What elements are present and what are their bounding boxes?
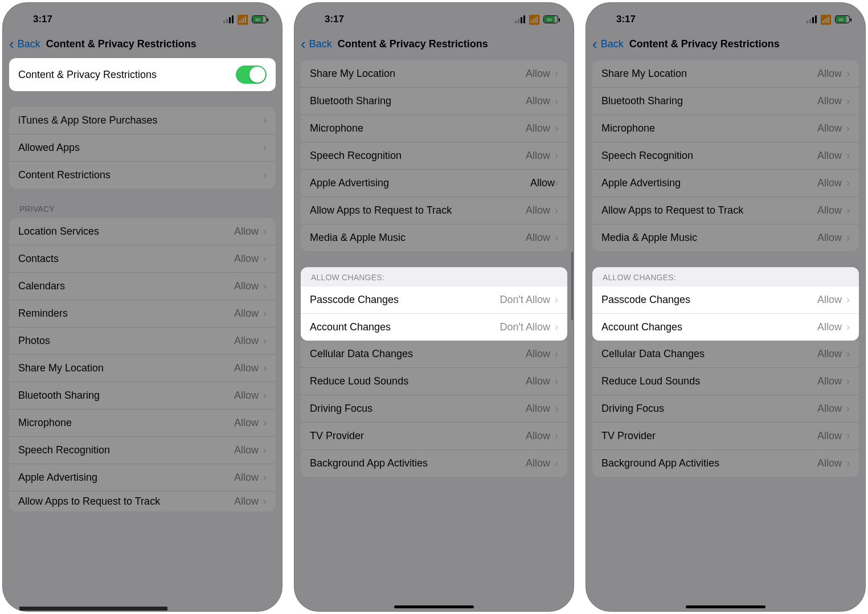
battery-icon: 80 xyxy=(252,15,267,23)
chevron-right-icon: › xyxy=(263,308,267,320)
row-request-track[interactable]: Allow Apps to Request to TrackAllow› xyxy=(592,197,859,224)
row-label: Cellular Data Changes xyxy=(310,348,526,360)
chevron-right-icon: › xyxy=(555,403,558,415)
row-label: Driving Focus xyxy=(310,403,526,415)
row-label: Allowed Apps xyxy=(18,142,263,154)
row-label: Share My Location xyxy=(310,68,526,80)
row-itunes-purchases[interactable]: iTunes & App Store Purchases › xyxy=(9,107,276,134)
row-label: Background App Activities xyxy=(310,457,526,469)
home-indicator[interactable] xyxy=(686,605,765,608)
row-label: Speech Recognition xyxy=(601,150,817,162)
chevron-right-icon: › xyxy=(555,294,558,306)
row-contacts[interactable]: ContactsAllow› xyxy=(9,245,276,272)
back-chevron-icon[interactable]: ‹ xyxy=(301,36,306,51)
row-photos[interactable]: PhotosAllow› xyxy=(9,327,276,354)
row-value: Allow xyxy=(526,204,550,216)
row-label: Share My Location xyxy=(601,68,817,80)
chevron-right-icon: › xyxy=(555,150,558,162)
chevron-right-icon: › xyxy=(846,321,850,333)
row-bluetooth[interactable]: Bluetooth SharingAllow› xyxy=(301,87,567,114)
row-driving-focus[interactable]: Driving FocusAllow› xyxy=(592,395,859,422)
row-label: Apple Advertising xyxy=(18,472,234,484)
row-speech[interactable]: Speech RecognitionAllow› xyxy=(592,142,859,169)
chevron-right-icon: › xyxy=(846,204,850,216)
content-area[interactable]: Share My LocationAllow› Bluetooth Sharin… xyxy=(586,58,866,611)
row-media-music[interactable]: Media & Apple MusicAllow› xyxy=(301,224,567,251)
status-indicators: 📶 80 xyxy=(223,14,267,25)
row-speech[interactable]: Speech RecognitionAllow› xyxy=(301,142,567,169)
row-account-changes[interactable]: Account ChangesDon't Allow› xyxy=(301,313,567,341)
row-request-track[interactable]: Allow Apps to Request to TrackAllow› xyxy=(9,491,276,511)
row-microphone[interactable]: MicrophoneAllow› xyxy=(9,409,276,436)
row-value: Allow xyxy=(526,95,550,107)
row-request-track[interactable]: Allow Apps to Request to TrackAllow› xyxy=(301,197,567,224)
row-value: Allow xyxy=(234,253,259,265)
row-tv-provider[interactable]: TV ProviderAllow› xyxy=(592,422,859,449)
row-value: Allow xyxy=(234,472,259,484)
back-button[interactable]: Back xyxy=(18,38,40,50)
home-indicator[interactable] xyxy=(394,605,474,608)
row-microphone[interactable]: MicrophoneAllow› xyxy=(301,114,567,142)
row-share-location[interactable]: Share My LocationAllow› xyxy=(301,60,567,87)
toggle-switch[interactable] xyxy=(236,66,267,84)
chevron-right-icon: › xyxy=(263,444,267,456)
row-driving-focus[interactable]: Driving FocusAllow› xyxy=(301,395,567,422)
row-bg-activities[interactable]: Background App ActivitiesAllow› xyxy=(592,449,859,477)
row-content-privacy-toggle[interactable]: Content & Privacy Restrictions xyxy=(9,58,276,91)
row-content-restrictions[interactable]: Content Restrictions › xyxy=(9,161,276,189)
row-share-location[interactable]: Share My LocationAllow› xyxy=(9,354,276,382)
row-tv-provider[interactable]: TV ProviderAllow› xyxy=(301,422,567,449)
status-indicators: 📶 80 xyxy=(515,14,558,25)
back-chevron-icon[interactable]: ‹ xyxy=(592,36,597,51)
row-bluetooth[interactable]: Bluetooth SharingAllow› xyxy=(9,382,276,409)
row-passcode-changes[interactable]: Passcode ChangesAllow› xyxy=(592,286,859,313)
row-label: Microphone xyxy=(601,122,817,134)
chevron-right-icon: › xyxy=(263,114,267,126)
row-passcode-changes[interactable]: Passcode ChangesDon't Allow› xyxy=(301,286,567,313)
chevron-right-icon: › xyxy=(846,348,850,360)
row-label: Speech Recognition xyxy=(18,444,234,456)
back-chevron-icon[interactable]: ‹ xyxy=(9,36,14,51)
row-bluetooth[interactable]: Bluetooth SharingAllow› xyxy=(592,87,859,114)
chevron-right-icon: › xyxy=(555,232,558,244)
row-share-location[interactable]: Share My LocationAllow› xyxy=(592,60,859,87)
row-value: Allow xyxy=(817,150,842,162)
group-privacy-continued: Share My LocationAllow› Bluetooth Sharin… xyxy=(592,60,859,251)
row-reduce-loud[interactable]: Reduce Loud SoundsAllow› xyxy=(592,367,859,395)
content-area[interactable]: Share My LocationAllow› Bluetooth Sharin… xyxy=(294,58,574,611)
status-indicators: 📶 80 xyxy=(806,14,850,25)
row-label: iTunes & App Store Purchases xyxy=(18,114,263,126)
row-advertising[interactable]: Apple AdvertisingAllow› xyxy=(592,169,859,197)
row-location-services[interactable]: Location ServicesAllow› xyxy=(9,218,276,245)
row-microphone[interactable]: MicrophoneAllow› xyxy=(592,114,859,142)
chevron-right-icon: › xyxy=(263,253,267,265)
back-button[interactable]: Back xyxy=(601,38,624,50)
row-allowed-apps[interactable]: Allowed Apps › xyxy=(9,134,276,161)
chevron-right-icon: › xyxy=(846,232,850,244)
row-label: Media & Apple Music xyxy=(310,232,526,244)
row-advertising[interactable]: Apple AdvertisingAllow› xyxy=(9,464,276,491)
row-media-music[interactable]: Media & Apple MusicAllow› xyxy=(592,224,859,251)
row-value: Allow xyxy=(234,444,259,456)
row-speech[interactable]: Speech RecognitionAllow› xyxy=(9,436,276,464)
row-calendars[interactable]: CalendarsAllow› xyxy=(9,272,276,300)
highlight-allow-changes: ALLOW CHANGES: Passcode ChangesDon't All… xyxy=(301,267,567,341)
status-time: 3:17 xyxy=(325,14,344,25)
chevron-right-icon: › xyxy=(846,95,850,107)
row-reminders[interactable]: RemindersAllow› xyxy=(9,300,276,327)
row-cellular-changes[interactable]: Cellular Data ChangesAllow› xyxy=(592,341,859,367)
row-reduce-loud[interactable]: Reduce Loud SoundsAllow› xyxy=(301,367,567,395)
row-bg-activities[interactable]: Background App ActivitiesAllow› xyxy=(301,449,567,477)
row-label: Content & Privacy Restrictions xyxy=(18,69,236,81)
scroll-indicator[interactable] xyxy=(571,252,573,320)
row-advertising[interactable]: Apple AdvertisingAllow› xyxy=(301,169,567,197)
status-bar: 3:17 📶 80 xyxy=(2,2,282,32)
row-value: Allow xyxy=(817,95,842,107)
group-allow-changes-rest: Cellular Data ChangesAllow› Reduce Loud … xyxy=(592,341,859,477)
back-button[interactable]: Back xyxy=(309,38,332,50)
highlight-allow-changes: ALLOW CHANGES: Passcode ChangesAllow› Ac… xyxy=(592,267,859,341)
row-cellular-changes[interactable]: Cellular Data ChangesAllow› xyxy=(301,341,567,367)
row-account-changes[interactable]: Account ChangesAllow› xyxy=(592,313,859,341)
content-area[interactable]: Content & Privacy Restrictions iTunes & … xyxy=(2,58,282,611)
chevron-right-icon: › xyxy=(846,294,850,306)
